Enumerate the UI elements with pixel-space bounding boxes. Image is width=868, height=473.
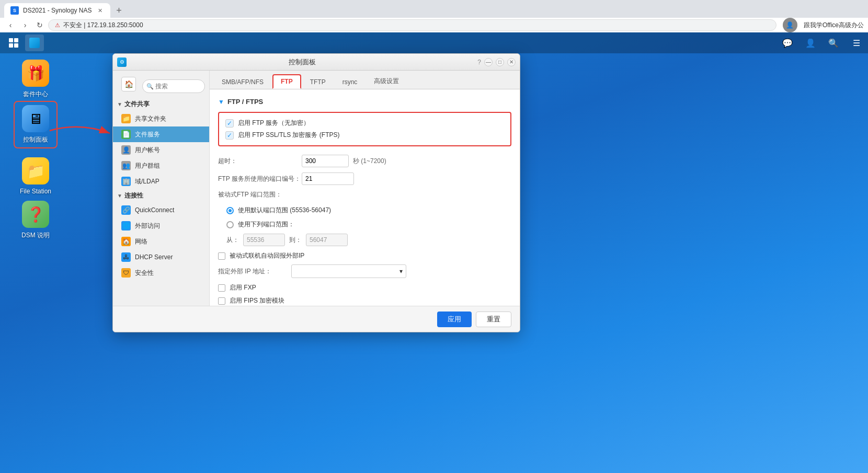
- sidebar-item-user-groups[interactable]: 👥 用户群组: [113, 158, 209, 174]
- radio-custom-range[interactable]: 使用下列端口范围：: [218, 218, 511, 230]
- chevron-connectivity-icon: ▼: [117, 193, 122, 199]
- user-accounts-icon: 👤: [121, 145, 131, 155]
- passive-auto-ip-row[interactable]: 被动式联机自动回报外部IP: [218, 251, 511, 260]
- sidebar-item-file-services[interactable]: 📄 文件服务: [113, 126, 209, 142]
- dialog-icon: ⚙: [117, 57, 127, 67]
- external-access-icon: 🌐: [121, 221, 131, 230]
- timeout-label: 超时：: [218, 157, 302, 166]
- chevron-down-icon: ▼: [117, 101, 122, 107]
- shared-folder-label: 共享文件夹: [135, 114, 166, 123]
- radio-default-label: 使用默认端口范围 (55536-56047): [238, 206, 331, 215]
- reload-btn[interactable]: ↻: [33, 19, 46, 31]
- taskbar-search-icon[interactable]: 🔍: [826, 36, 841, 50]
- taskbar-menu-icon[interactable]: ☰: [849, 36, 864, 50]
- port-input[interactable]: [302, 172, 354, 185]
- new-tab-btn[interactable]: +: [111, 3, 126, 18]
- user-groups-label: 用户群组: [135, 161, 160, 170]
- back-btn[interactable]: ‹: [4, 19, 17, 31]
- section-file-sharing-label: 文件共享: [124, 100, 150, 109]
- fips-label: 启用 FIPS 加密模块: [230, 296, 284, 305]
- external-access-label: 外部访问: [135, 222, 160, 230]
- taskbar-control-panel[interactable]: [25, 34, 44, 51]
- forward-btn[interactable]: ›: [19, 19, 31, 31]
- dsm-help-icon: ❓: [22, 201, 49, 228]
- arrow-annotation: [47, 120, 115, 152]
- tab-favicon: S: [10, 6, 19, 15]
- range-from-input[interactable]: [243, 234, 285, 246]
- ftp-checkbox-group: ✓ 启用 FTP 服务（无加密） ✓ 启用 FTP SSL/TLS 加密服务 (…: [218, 112, 511, 146]
- apply-btn[interactable]: 应用: [437, 312, 472, 327]
- reset-btn[interactable]: 重置: [476, 312, 511, 327]
- taskbar-apps-btn[interactable]: [4, 34, 23, 51]
- tab-rsync[interactable]: rsync: [335, 75, 366, 89]
- dhcp-icon: 🖧: [121, 252, 131, 262]
- address-bar[interactable]: ⚠ 不安全 | 172.19.18.250:5000: [48, 19, 776, 31]
- control-panel-taskbar-icon: [29, 38, 40, 48]
- passive-auto-ip-checkbox: [218, 252, 225, 260]
- close-btn[interactable]: ✕: [507, 58, 516, 66]
- sidebar-item-security[interactable]: 🛡 安全性: [113, 265, 209, 281]
- fxp-checkbox: [218, 284, 225, 292]
- passive-auto-ip-label: 被动式联机自动回报外部IP: [230, 251, 304, 260]
- grid-icon: [9, 38, 18, 48]
- help-btn[interactable]: ?: [477, 59, 481, 66]
- radio-default-icon: [226, 207, 234, 214]
- sidebar-item-external-access[interactable]: 🌐 外部访问: [113, 218, 209, 234]
- desktop-icon-file-station[interactable]: 📁 File Station: [15, 154, 56, 198]
- window-controls: ? — □ ✕: [477, 58, 516, 66]
- control-panel-icon: 🖥: [22, 105, 49, 132]
- tab-smb[interactable]: SMB/AFP/NFS: [214, 75, 271, 89]
- enable-fxp-row[interactable]: 启用 FXP: [218, 283, 511, 292]
- ftp-enable-label: 启用 FTP 服务（无加密）: [238, 119, 310, 128]
- taskbar-chat-icon[interactable]: 💬: [780, 36, 795, 50]
- ldap-icon: 🏢: [121, 177, 131, 186]
- sidebar-item-quickconnect[interactable]: 🔗 QuickConnect: [113, 202, 209, 218]
- checkbox-enable-ftps[interactable]: ✓ 启用 FTP SSL/TLS 加密服务 (FTPS): [225, 129, 504, 141]
- tab-bar: S DS2021 - Synology NAS ✕ +: [0, 0, 868, 18]
- sidebar-home-btn[interactable]: 🏠: [121, 77, 136, 91]
- range-to-input[interactable]: [306, 234, 348, 246]
- file-station-icon: 📁: [22, 157, 49, 184]
- profile-avatar: 👤: [783, 18, 797, 32]
- desktop-icon-package-center[interactable]: 🎁 套件中心: [15, 56, 56, 102]
- checkbox-enable-ftp[interactable]: ✓ 启用 FTP 服务（无加密）: [225, 117, 504, 129]
- taskbar-right: 💬 👤 🔍 ☰: [780, 36, 864, 50]
- specify-ip-dropdown[interactable]: ▾: [291, 264, 406, 278]
- tab-ftp[interactable]: FTP: [272, 74, 301, 89]
- tab-tftp[interactable]: TFTP: [302, 75, 334, 89]
- sidebar-search: 🔍: [142, 79, 205, 93]
- radio-default-range[interactable]: 使用默认端口范围 (55536-56047): [218, 204, 511, 216]
- security-label: 安全性: [135, 269, 154, 278]
- sidebar-item-network[interactable]: 🏠 网络: [113, 234, 209, 249]
- network-icon: 🏠: [121, 237, 131, 246]
- section-file-sharing[interactable]: ▼ 文件共享: [113, 98, 209, 111]
- file-services-label: 文件服务: [135, 130, 160, 139]
- dsm-help-label: DSM 说明: [21, 231, 50, 240]
- maximize-btn[interactable]: □: [496, 58, 504, 66]
- enable-fips-row[interactable]: 启用 FIPS 加密模块: [218, 296, 511, 305]
- dialog-sidebar: 🏠 🔍 ▼ 文件共享 📁 共享文件夹 📄 文件服务 👤: [113, 71, 210, 306]
- desktop-icon-dsm-help[interactable]: ❓ DSM 说明: [15, 198, 56, 243]
- sidebar-item-ldap[interactable]: 🏢 域/LDAP: [113, 174, 209, 189]
- user-accounts-label: 用户帐号: [135, 146, 160, 155]
- profile-area: 👤 跟我学Office高级办公: [783, 18, 864, 32]
- control-panel-dialog: ⚙ 控制面板 ? — □ ✕ 🏠 🔍 ▼ 文件共享: [112, 53, 520, 332]
- section-connectivity[interactable]: ▼ 连接性: [113, 189, 209, 202]
- package-center-label: 套件中心: [23, 90, 48, 99]
- active-tab[interactable]: S DS2021 - Synology NAS ✕: [4, 3, 110, 18]
- tab-advanced[interactable]: 高级设置: [366, 74, 407, 89]
- address-text: 不安全 | 172.19.18.250:5000: [63, 21, 143, 30]
- ftp-chevron-icon[interactable]: ▼: [218, 98, 224, 106]
- sidebar-item-dhcp[interactable]: 🖧 DHCP Server: [113, 249, 209, 265]
- sidebar-item-user-accounts[interactable]: 👤 用户帐号: [113, 142, 209, 158]
- sidebar-item-shared-folder[interactable]: 📁 共享文件夹: [113, 111, 209, 126]
- taskbar-user-icon[interactable]: 👤: [803, 36, 818, 50]
- passive-range-label-row: 被动式FTP 端口范围：: [218, 190, 511, 199]
- tab-close-btn[interactable]: ✕: [96, 6, 104, 15]
- dialog-tabs: SMB/AFP/NFS FTP TFTP rsync 高级设置: [210, 71, 520, 89]
- quickconnect-label: QuickConnect: [135, 206, 174, 214]
- dialog-content: ▼ FTP / FTPS ✓ 启用 FTP 服务（无加密） ✓ 启用 FTP S…: [210, 89, 520, 306]
- timeout-input[interactable]: [302, 155, 349, 167]
- ftps-enable-label: 启用 FTP SSL/TLS 加密服务 (FTPS): [238, 131, 339, 140]
- minimize-btn[interactable]: —: [484, 58, 493, 66]
